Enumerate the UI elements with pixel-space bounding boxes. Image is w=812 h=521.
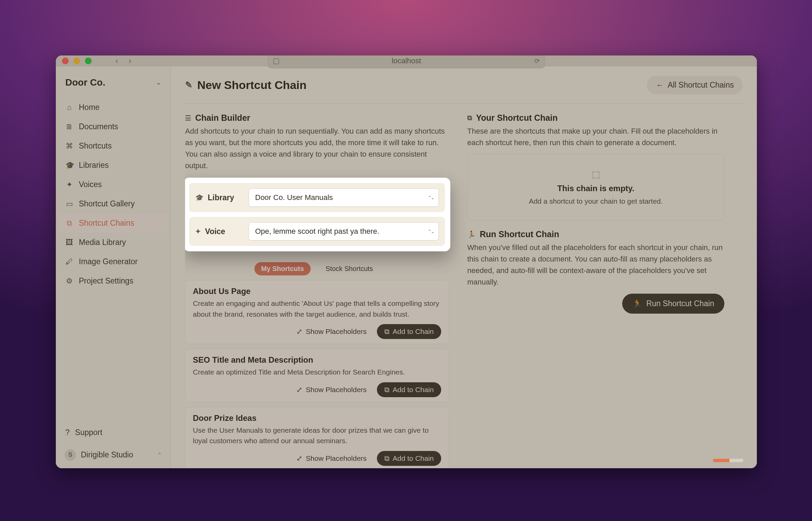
voice-selector-row: ✦Voice Ope, lemme scoot right past ya th…	[189, 217, 445, 246]
home-icon: ⌂	[65, 103, 73, 112]
sidebar-item-label: Shortcuts	[79, 141, 112, 151]
site-settings-icon: ▢	[273, 56, 280, 65]
expand-icon: ⤢	[296, 327, 302, 336]
shortcuts-icon: ⌘	[65, 142, 73, 151]
sidebar-item-label: Support	[75, 428, 103, 437]
library-dropdown[interactable]: Door Co. User Manuals ⌃⌄	[249, 188, 439, 207]
button-label: Add to Chain	[393, 327, 434, 336]
chain-icon: ⧉	[384, 454, 389, 462]
chain-icon: ⧉	[467, 114, 472, 122]
run-shortcut-chain-button[interactable]: 🏃 Run Shortcut Chain	[622, 294, 724, 314]
sidebar-item-support[interactable]: ? Support	[59, 423, 168, 442]
shortcut-card: About Us Page Create an engaging and aut…	[185, 280, 449, 344]
sidebar-item-label: Image Generator	[79, 257, 138, 266]
workspace-switcher[interactable]: Door Co. ⌄	[56, 69, 171, 97]
sidebar-item-voices[interactable]: ✦Voices	[59, 175, 168, 194]
card-description: Use the User Manuals to generate ideas f…	[193, 425, 441, 446]
sidebar-nav: ⌂Home 🗎Documents ⌘Shortcuts 🎓Libraries ✦…	[56, 97, 171, 423]
section-heading-text: Chain Builder	[195, 113, 250, 123]
voice-dropdown[interactable]: Ope, lemme scoot right past ya there. ⌃⌄	[249, 222, 439, 241]
tab-my-shortcuts[interactable]: My Shortcuts	[254, 262, 311, 275]
add-to-chain-button[interactable]: ⧉Add to Chain	[377, 451, 441, 466]
sidebar-item-shortcut-gallery[interactable]: ▭Shortcut Gallery	[59, 195, 168, 213]
dropdown-value: Door Co. User Manuals	[255, 193, 333, 202]
maximize-window-button[interactable]	[85, 58, 92, 64]
arrow-left-icon: ←	[656, 81, 663, 90]
shortcut-card: Door Prize Ideas Use the User Manuals to…	[185, 407, 449, 468]
builder-icon: ☰	[185, 114, 191, 122]
sidebar-item-media-library[interactable]: 🖼Media Library	[59, 233, 168, 252]
sidebar-item-image-generator[interactable]: 🖊Image Generator	[59, 252, 168, 271]
image-generator-icon: 🖊	[65, 257, 73, 266]
show-placeholders-button[interactable]: ⤢Show Placeholders	[292, 451, 371, 466]
sidebar: Door Co. ⌄ ⌂Home 🗎Documents ⌘Shortcuts 🎓…	[56, 66, 171, 468]
tab-stock-shortcuts[interactable]: Stock Shortcuts	[319, 262, 380, 275]
sidebar-item-documents[interactable]: 🗎Documents	[59, 117, 168, 136]
section-heading: ☰ Chain Builder	[185, 113, 449, 123]
field-label: Voice	[205, 227, 225, 236]
add-to-chain-button[interactable]: ⧉Add to Chain	[377, 324, 441, 339]
sidebar-item-project-settings[interactable]: ⚙Project Settings	[59, 272, 168, 290]
section-description: When you've filled out all the placehold…	[467, 242, 724, 288]
updown-caret-icon: ⌃⌄	[428, 195, 434, 200]
edit-icon: ✎	[185, 80, 193, 90]
main-content: ✎ New Shortcut Chain ← All Shortcut Chai…	[171, 66, 757, 468]
card-title: Door Prize Ideas	[193, 413, 441, 423]
page-header: ✎ New Shortcut Chain ← All Shortcut Chai…	[185, 76, 743, 104]
show-placeholders-button[interactable]: ⤢Show Placeholders	[292, 382, 371, 397]
expand-icon: ⤢	[296, 386, 302, 394]
browser-nav: ‹ ›	[115, 55, 131, 66]
page-title: ✎ New Shortcut Chain	[185, 78, 307, 92]
sidebar-item-shortcuts[interactable]: ⌘Shortcuts	[59, 137, 168, 155]
chevron-down-icon: ⌄	[156, 79, 161, 86]
window-controls	[62, 58, 92, 64]
account-switcher[interactable]: S Dirigible Studio ⌃	[59, 445, 168, 466]
sidebar-item-label: Media Library	[79, 238, 126, 247]
updown-caret-icon: ⌃⌄	[428, 229, 434, 234]
card-title: About Us Page	[193, 287, 441, 296]
run-icon: 🏃	[467, 230, 476, 239]
progress-strip	[713, 459, 743, 462]
section-description: These are the shortcuts that make up you…	[467, 126, 724, 149]
workspace-name: Door Co.	[65, 77, 105, 88]
shortcut-tabs: My Shortcuts Stock Shortcuts	[185, 262, 449, 275]
sidebar-item-home[interactable]: ⌂Home	[59, 98, 168, 117]
forward-button[interactable]: ›	[129, 55, 132, 66]
sidebar-item-libraries[interactable]: 🎓Libraries	[59, 156, 168, 175]
section-heading: 🏃 Run Shortcut Chain	[467, 229, 724, 239]
chain-icon: ⧉	[384, 386, 389, 394]
button-label: Show Placeholders	[306, 454, 367, 462]
library-icon: 🎓	[195, 194, 204, 202]
section-heading-text: Your Shortcut Chain	[476, 113, 558, 123]
sidebar-item-shortcut-chains[interactable]: ⧉Shortcut Chains	[59, 214, 168, 232]
your-chain-column: ⧉ Your Shortcut Chain These are the shor…	[467, 113, 724, 468]
field-label: Library	[208, 193, 234, 202]
account-name: Dirigible Studio	[81, 450, 133, 459]
sidebar-item-label: Project Settings	[79, 276, 133, 286]
documents-icon: 🗎	[65, 122, 73, 131]
button-label: All Shortcut Chains	[668, 81, 734, 90]
button-label: Add to Chain	[393, 386, 434, 394]
close-window-button[interactable]	[62, 58, 69, 64]
button-label: Add to Chain	[393, 454, 434, 462]
all-shortcut-chains-button[interactable]: ← All Shortcut Chains	[647, 76, 743, 94]
dropdown-value: Ope, lemme scoot right past ya there.	[255, 227, 379, 235]
project-settings-icon: ⚙	[65, 277, 73, 286]
empty-subtitle: Add a shortcut to your chain to get star…	[529, 197, 663, 205]
url-bar[interactable]: ▢ localhost ⟳	[268, 55, 545, 68]
minimize-window-button[interactable]	[73, 58, 80, 64]
reload-icon[interactable]: ⟳	[534, 57, 540, 65]
chain-builder-column: ☰ Chain Builder Add shortcuts to your ch…	[185, 113, 449, 468]
back-button[interactable]: ‹	[115, 55, 118, 66]
sidebar-item-label: Documents	[79, 122, 118, 131]
show-placeholders-button[interactable]: ⤢Show Placeholders	[292, 324, 371, 339]
library-selector-row: 🎓Library Door Co. User Manuals ⌃⌄	[189, 183, 445, 212]
sidebar-item-label: Libraries	[79, 161, 109, 170]
browser-titlebar: ‹ › ▢ localhost ⟳	[56, 55, 757, 66]
add-to-chain-button[interactable]: ⧉Add to Chain	[377, 382, 441, 397]
section-heading-text: Run Shortcut Chain	[480, 229, 559, 239]
url-text: localhost	[392, 56, 421, 65]
card-title: SEO Title and Meta Description	[193, 355, 441, 365]
expand-icon: ⤢	[296, 454, 302, 462]
button-label: Show Placeholders	[306, 386, 367, 394]
